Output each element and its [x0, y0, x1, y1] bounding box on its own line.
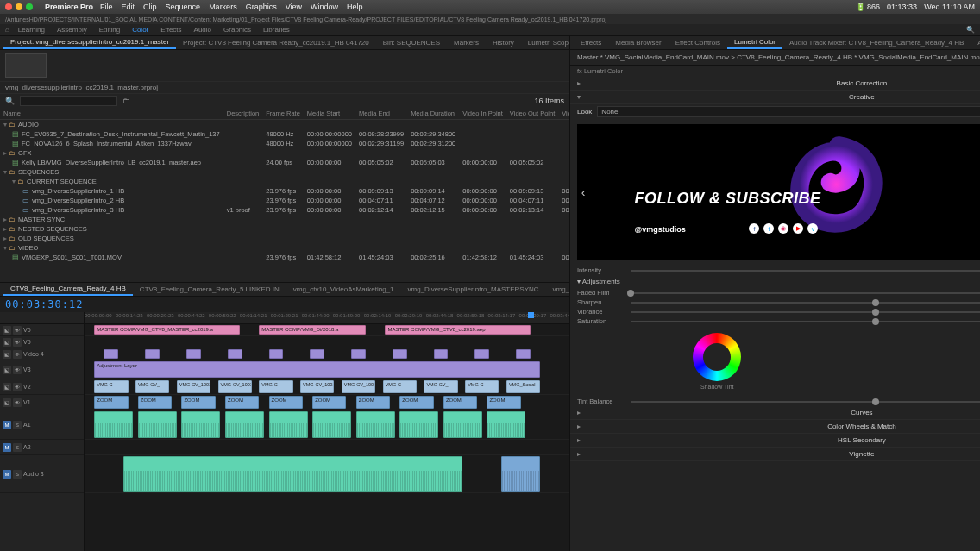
- menu-clip[interactable]: Clip: [143, 3, 157, 11]
- ws-audio[interactable]: Audio: [194, 26, 211, 34]
- section-basic[interactable]: Basic Correction: [570, 77, 980, 91]
- video-track[interactable]: [85, 348, 569, 360]
- video-track[interactable]: Adjustment Layer: [85, 360, 569, 379]
- menu-markers[interactable]: Markers: [209, 3, 237, 11]
- home-icon[interactable]: ⌂: [5, 26, 9, 34]
- tab-bin[interactable]: Bin: SEQUENCES: [376, 37, 447, 48]
- tab-history[interactable]: History: [486, 37, 521, 48]
- menu-view[interactable]: View: [286, 3, 302, 11]
- search-icon[interactable]: 🔍: [5, 97, 15, 105]
- tab-project-2[interactable]: Project: CTV8 Feeling Camera Ready_cc201…: [176, 37, 376, 48]
- tab-audio-clip-mixer[interactable]: Audio Clip Mixer: CTV8_Feeling_Camera_Re…: [971, 37, 980, 48]
- timeline-tab[interactable]: vmg_DiverseSupplierIntro_2 HB: [546, 284, 569, 295]
- slider-faded-film[interactable]: [631, 292, 980, 294]
- video-track[interactable]: VMG-CVMG-CV_VMG-CV_1001VMG-CV_1001_VMG-C…: [85, 379, 569, 395]
- playhead[interactable]: [531, 312, 531, 551]
- timeline-tab[interactable]: CTV8_Feeling_Camera_Ready_5 LINKED IN: [133, 284, 286, 295]
- ws-graphics[interactable]: Graphics: [223, 26, 251, 34]
- table-row[interactable]: ▭vmg_DiverseSupplierIntro_3 HBv1 proof23…: [0, 205, 569, 215]
- column-header[interactable]: Name: [0, 108, 223, 120]
- ws-color[interactable]: Color: [132, 26, 148, 34]
- menu-window[interactable]: Window: [311, 3, 338, 11]
- search-icon[interactable]: 🔍: [966, 26, 975, 34]
- timecode-display[interactable]: 00:03:30:12: [5, 298, 83, 310]
- ws-learning[interactable]: Learning: [18, 26, 45, 34]
- intensity-slider[interactable]: [631, 270, 980, 272]
- video-track-header[interactable]: ⬕👁V1: [0, 395, 84, 410]
- project-search[interactable]: [20, 96, 117, 106]
- table-row[interactable]: ▾ 🗀VIDEO: [0, 243, 569, 253]
- video-track-header[interactable]: ⬕👁Video 4: [0, 348, 84, 360]
- audio-track[interactable]: [85, 410, 569, 440]
- ws-editing[interactable]: Editing: [99, 26, 120, 34]
- tab-markers[interactable]: Markers: [447, 37, 486, 48]
- window-controls[interactable]: [5, 3, 33, 10]
- video-track[interactable]: MASTER COMP/VMG_CTV8_MASTER_cc2019.aMAST…: [85, 324, 569, 336]
- timeline-tab[interactable]: CTV8_Feeling_Camera_Ready_4 HB: [3, 283, 133, 296]
- tab-lumetri[interactable]: Lumetri Color: [727, 36, 782, 49]
- app-name[interactable]: Premiere Pro: [45, 3, 93, 11]
- video-track-header[interactable]: ⬕👁V6: [0, 324, 84, 336]
- audio-track[interactable]: [85, 440, 569, 455]
- video-track-header[interactable]: ⬕👁V3: [0, 360, 84, 379]
- section-wheels[interactable]: Color Wheels & Match: [570, 420, 980, 434]
- tab-effect-controls[interactable]: Effect Controls: [669, 37, 727, 48]
- menu-edit[interactable]: Edit: [122, 3, 135, 11]
- column-header[interactable]: Video In Point: [459, 108, 506, 120]
- section-creative[interactable]: Creative: [570, 91, 980, 104]
- timeline-tab[interactable]: vmg_DiverseSupplierIntro_MASTERSYNC: [401, 284, 546, 295]
- bin-icon[interactable]: 🗀: [122, 97, 130, 105]
- table-row[interactable]: ▤FC_EV0535_7_Destination_Dusk_Instrument…: [0, 129, 569, 139]
- column-header[interactable]: Media End: [355, 108, 407, 120]
- timeline-tab[interactable]: vmg_ctv10_VideoAsMarketing_1: [286, 284, 401, 295]
- table-row[interactable]: ▭vmg_DiverseSupplierIntro_2 HB23.976 fps…: [0, 196, 569, 205]
- tab-effects[interactable]: Effects: [574, 37, 608, 48]
- table-row[interactable]: ▸ 🗀NESTED SEQUENCES: [0, 224, 569, 234]
- slider-saturation[interactable]: [631, 321, 980, 322]
- tracks-area[interactable]: 00:00:00:0000:00:14:2300:00:29:2300:00:4…: [85, 312, 569, 551]
- column-header[interactable]: Video Duration: [558, 108, 569, 120]
- table-row[interactable]: ▸ 🗀MASTER SYNC: [0, 215, 569, 224]
- menu-sequence[interactable]: Sequence: [166, 3, 201, 11]
- project-table[interactable]: NameDescriptionFrame RateMedia StartMedi…: [0, 108, 569, 282]
- column-header[interactable]: Description: [223, 108, 263, 120]
- menu-help[interactable]: Help: [347, 3, 363, 11]
- time-ruler[interactable]: 00:00:00:0000:00:14:2300:00:29:2300:00:4…: [85, 312, 569, 324]
- section-vignette[interactable]: Vignette: [570, 448, 980, 461]
- section-hsl[interactable]: HSL Secondary: [570, 434, 980, 448]
- section-curves[interactable]: Curves: [570, 406, 980, 420]
- audio-track-header[interactable]: MSA2: [0, 440, 84, 455]
- table-row[interactable]: ▸ 🗀OLD SEQUENCES: [0, 234, 569, 243]
- tab-project-1[interactable]: Project: vmg_diversesupplierintro_cc2019…: [3, 36, 176, 49]
- ws-assembly[interactable]: Assembly: [57, 26, 87, 34]
- table-row[interactable]: ▾ 🗀CURRENT SEQUENCE: [0, 177, 569, 186]
- ws-effects[interactable]: Effects: [160, 26, 181, 34]
- video-track-header[interactable]: ⬕👁V2: [0, 379, 84, 395]
- table-row[interactable]: ▤Kelly LB/VMG_DiverseSupplierIntro_LB_cc…: [0, 158, 569, 167]
- column-header[interactable]: Media Duration: [407, 108, 459, 120]
- look-dropdown[interactable]: None: [597, 106, 980, 117]
- table-row[interactable]: ▤VMGEXP_S001_S001_T001.MOV23.976 fps01:4…: [0, 253, 569, 262]
- audio-track-header[interactable]: MSAudio 3: [0, 455, 84, 493]
- table-row[interactable]: ▸ 🗀GFX: [0, 148, 569, 158]
- slider-vibrance[interactable]: [631, 311, 980, 313]
- audio-track-header[interactable]: MSA1: [0, 410, 84, 440]
- column-header[interactable]: Media Start: [304, 108, 355, 120]
- column-header[interactable]: Video Out Point: [506, 108, 558, 120]
- tint-slider[interactable]: [631, 401, 980, 403]
- menu-file[interactable]: File: [100, 3, 113, 11]
- audio-track[interactable]: [85, 455, 569, 493]
- slider-sharpen[interactable]: [631, 302, 980, 304]
- shadow-tint-wheel[interactable]: Shadow Tint: [693, 333, 741, 390]
- tab-media-browser[interactable]: Media Browser: [608, 37, 668, 48]
- menu-graphics[interactable]: Graphics: [246, 3, 277, 11]
- column-header[interactable]: Frame Rate: [262, 108, 304, 120]
- tab-audio-track-mixer[interactable]: Audio Track Mixer: CTV8_Feeling_Camera_R…: [782, 37, 971, 48]
- ws-libraries[interactable]: Libraries: [263, 26, 290, 34]
- table-row[interactable]: ▾ 🗀SEQUENCES: [0, 167, 569, 177]
- video-track-header[interactable]: ⬕👁V5: [0, 336, 84, 348]
- video-track[interactable]: ZOOMZOOMZOOMZOOMZOOMZOOMZOOMZOOMZOOMZOOM: [85, 395, 569, 410]
- table-row[interactable]: ▭vmg_DiverseSupplierIntro_1 HB23.976 fps…: [0, 186, 569, 196]
- table-row[interactable]: ▾ 🗀AUDIO: [0, 120, 569, 130]
- table-row[interactable]: ▤FC_NOVA126_6_Splash_Instrumental_Aitken…: [0, 139, 569, 148]
